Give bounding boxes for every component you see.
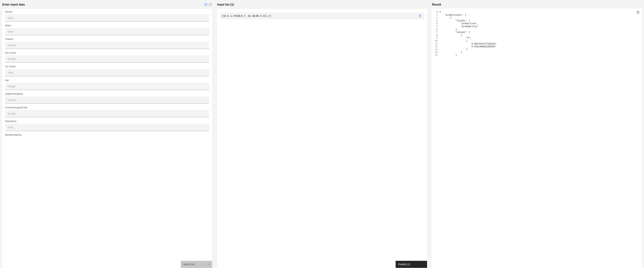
code-line: 9 "F", <box>435 37 639 39</box>
add-to-list-button[interactable]: Add to list + <box>181 261 212 268</box>
line-number: 13 <box>435 48 440 51</box>
line-number: 7 <box>435 31 440 34</box>
list-view-icon[interactable] <box>204 3 208 6</box>
line-number: 12 <box>435 45 440 48</box>
code-line: 1 "predictions": [ <box>435 14 639 17</box>
add-to-list-label: Add to list <box>183 263 194 266</box>
list-item-text: [ M, S, 1, 57626.9, Y , 43, 38.96, 0, CC… <box>222 14 271 17</box>
code-line: 5 "probability" <box>435 25 639 28</box>
svg-point-4 <box>204 5 205 6</box>
line-number: 10 <box>435 39 440 42</box>
gender-input[interactable] <box>5 14 209 22</box>
copy-icon <box>636 11 640 14</box>
line-content: "prediction", <box>440 22 639 25</box>
status-input[interactable] <box>5 28 209 35</box>
svg-point-0 <box>204 3 205 4</box>
line-content: ], <box>440 28 639 31</box>
code-line: 2 { <box>435 16 639 19</box>
line-number: 9 <box>435 37 440 39</box>
delete-row-button[interactable] <box>418 14 422 18</box>
line-content: "probability" <box>440 25 639 28</box>
line-content: ] <box>440 54 639 57</box>
result-panel-title: Result <box>432 3 441 6</box>
field-label: Est Income <box>5 51 209 54</box>
line-content: ] <box>440 51 639 54</box>
list-item: [ M, S, 1, 57626.9, Y , 43, 38.96, 0, CC… <box>220 12 424 19</box>
line-content: [ <box>440 39 639 42</box>
field-label: AvgMonthlySpend <box>5 93 209 95</box>
code-line: 3 "fields": [ <box>435 19 639 22</box>
svg-rect-9 <box>638 12 639 13</box>
svg-point-2 <box>204 4 205 5</box>
line-number: 5 <box>435 25 440 28</box>
field-label: Age <box>5 79 209 81</box>
line-content: "fields": [ <box>440 19 639 22</box>
code-line: 14 ] <box>435 51 639 54</box>
trash-icon <box>418 14 421 17</box>
line-content: { <box>440 16 639 19</box>
line-content: { <box>440 11 639 14</box>
code-line: 13 ] <box>435 48 639 51</box>
line-content: "predictions": [ <box>440 14 639 17</box>
svg-rect-1 <box>205 3 207 4</box>
line-number: 14 <box>435 51 440 54</box>
code-line: 0{ <box>435 11 639 14</box>
code-line: 6 ], <box>435 28 639 31</box>
code-line: 4 "prediction", <box>435 22 639 25</box>
field-label: Paymethod <box>5 120 209 123</box>
line-content: 0.9647553177163433, <box>440 42 639 45</box>
field-label: Status <box>5 24 209 27</box>
field-label: Car Owner <box>5 65 209 68</box>
line-content: [ <box>440 34 639 37</box>
children-input[interactable] <box>5 41 209 49</box>
plus-icon: + <box>208 263 210 266</box>
car-owner-input[interactable] <box>5 69 209 76</box>
line-number: 0 <box>435 11 440 14</box>
field-label: Children <box>5 38 209 40</box>
line-number: 11 <box>435 42 440 45</box>
line-number: 6 <box>435 28 440 31</box>
table-view-icon[interactable] <box>209 3 212 6</box>
field-label: Gender <box>5 10 209 13</box>
svg-rect-5 <box>205 5 207 6</box>
predict-button[interactable]: Predict (1) <box>396 261 427 268</box>
svg-rect-3 <box>205 4 207 5</box>
code-line: 12 0.0352446822836567 <box>435 45 639 48</box>
est-income-input[interactable] <box>5 55 209 63</box>
code-line: 7 "values": [ <box>435 31 639 34</box>
input-panel-title: Enter input data <box>2 3 25 6</box>
paymethod-input[interactable] <box>5 124 209 131</box>
code-line: 8 [ <box>435 34 639 37</box>
avgmonthlyspend-input[interactable] <box>5 96 209 104</box>
line-content: "F", <box>440 37 639 39</box>
line-number: 2 <box>435 16 440 19</box>
line-number: 1 <box>435 14 440 17</box>
line-content: 0.0352446822836567 <box>440 45 639 48</box>
line-number: 4 <box>435 22 440 25</box>
svg-rect-6 <box>209 3 212 6</box>
line-content: ] <box>440 48 639 51</box>
code-line: 10 [ <box>435 39 639 42</box>
field-label: CustomerSupportCalls <box>5 106 209 109</box>
line-number: 15 <box>435 54 440 57</box>
age-input[interactable] <box>5 83 209 90</box>
line-number: 8 <box>435 34 440 37</box>
list-panel-title: Input list (1) <box>217 3 234 6</box>
predict-label: Predict (1) <box>398 263 410 266</box>
line-number: 3 <box>435 19 440 22</box>
field-label: MembershipPlan <box>5 134 209 136</box>
code-line: 11 0.9647553177163433, <box>435 42 639 45</box>
customersupportcalls-input[interactable] <box>5 110 209 117</box>
copy-button[interactable] <box>636 10 640 15</box>
code-line: 15 ] <box>435 54 639 57</box>
line-content: "values": [ <box>440 31 639 34</box>
